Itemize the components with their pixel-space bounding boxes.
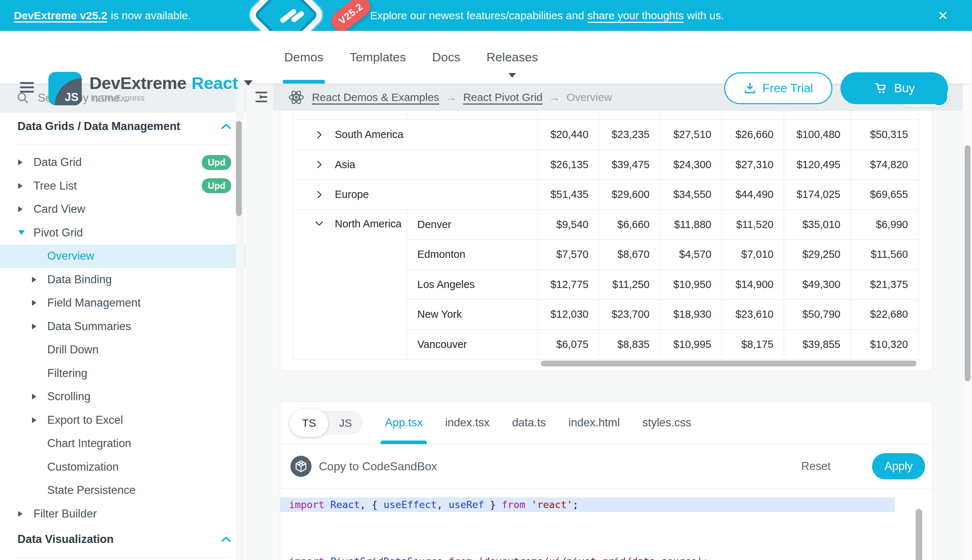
pivot-value-cell: $34,550 — [660, 180, 722, 210]
byline: by DevExpress — [91, 93, 145, 103]
pivot-value-cell: $20,440 — [538, 120, 599, 150]
pivot-value-cell: $23,235 — [599, 120, 660, 150]
expand-arrow-right-icon[interactable] — [18, 183, 33, 189]
nav-item-docs[interactable]: Docs — [432, 31, 460, 83]
sidebar-item-label: Drill Down — [47, 343, 99, 356]
tab-styles-css[interactable]: styles.css — [642, 402, 691, 444]
framework-selector[interactable]: React — [192, 73, 238, 93]
row-label: Asia — [335, 159, 355, 171]
sidebar-scrollbar[interactable] — [236, 83, 244, 560]
page-scrollbar-thumb[interactable] — [965, 145, 970, 381]
sidebar-item-export-to-excel[interactable]: Export to Excel — [0, 408, 246, 432]
pivot-value-cell: $6,990 — [851, 210, 918, 240]
codesandbox-row: Copy to CodeSandBox Reset Apply — [280, 444, 932, 489]
pivot-value-cell: $8,670 — [599, 240, 660, 270]
pivot-value-cell: $14,900 — [722, 270, 784, 300]
sidebar-item-filtering[interactable]: Filtering — [0, 362, 246, 385]
collapse-sidebar-icon[interactable] — [254, 89, 269, 106]
code-editor[interactable]: import React, { useEffect, useRef } from… — [280, 489, 932, 560]
sidebar-section-data-grids-data-management[interactable]: Data Grids / Data Management — [0, 115, 246, 137]
breadcrumb-demos-link[interactable]: React Demos & Examples — [312, 91, 439, 103]
sidebar-item-data-binding[interactable]: Data Binding — [0, 268, 246, 292]
js-toggle-label[interactable]: JS — [339, 412, 352, 435]
pivot-row-europe[interactable]: Europe — [293, 180, 538, 210]
sidebar-item-label: Overview — [47, 250, 94, 263]
sidebar-item-scrolling[interactable]: Scrolling — [0, 385, 246, 408]
breadcrumb-pivot-grid-link[interactable]: React Pivot Grid — [463, 91, 542, 103]
pivot-row-north-america[interactable]: North America — [293, 210, 407, 360]
ts-js-toggle[interactable]: TS JS — [290, 411, 362, 434]
sidebar-item-label: Card View — [33, 203, 85, 216]
ts-toggle-knob[interactable]: TS — [290, 409, 328, 437]
tab-data-ts[interactable]: data.ts — [512, 402, 546, 444]
expand-arrow-right-icon[interactable] — [32, 417, 47, 423]
expand-arrow-right-icon[interactable] — [32, 323, 47, 329]
sidebar-item-pivot-grid[interactable]: Pivot Grid — [0, 221, 246, 245]
pivot-row-south-america[interactable]: South America — [293, 120, 538, 150]
nav-item-label: Releases — [486, 50, 538, 64]
codesandbox-icon — [290, 456, 311, 477]
copy-to-codesandbox-button[interactable]: Copy to CodeSandBox — [319, 460, 437, 473]
sidebar-item-chart-integration[interactable]: Chart Integration — [0, 432, 246, 455]
sidebar-section-data-visualization[interactable]: Data Visualization — [0, 528, 246, 550]
pivot-value-cell: $50,790 — [784, 300, 851, 330]
breadcrumb-current: Overview — [567, 91, 612, 103]
demo-card: South America$20,440$23,235$27,510$26,66… — [280, 111, 933, 371]
chevron-down-icon — [314, 218, 325, 229]
tab-index-tsx[interactable]: index.tsx — [445, 402, 489, 444]
sidebar-item-label: Filter Builder — [33, 507, 97, 520]
sidebar-item-label: Pivot Grid — [33, 226, 83, 239]
sidebar-item-data-grid[interactable]: Data GridUpd — [0, 151, 246, 174]
sidebar-item-drill-down[interactable]: Drill Down — [0, 338, 246, 362]
close-icon[interactable]: ✕ — [938, 0, 949, 31]
pivot-value-cell: $50,315 — [851, 120, 918, 150]
nav-item-label: Demos — [284, 50, 323, 64]
nav-item-templates[interactable]: Templates — [350, 31, 406, 83]
sidebar-item-label: Data Grid — [33, 156, 82, 169]
share-thoughts-link[interactable]: share your thoughts — [587, 10, 684, 22]
expand-arrow-right-icon[interactable] — [18, 511, 33, 517]
sidebar-scrollbar-thumb[interactable] — [236, 121, 242, 216]
pivot-value-cell: $4,570 — [660, 240, 722, 270]
expand-arrow-right-icon[interactable] — [32, 394, 47, 400]
sidebar: Data Grids / Data ManagementData GridUpd… — [0, 83, 246, 560]
expand-arrow-right-icon[interactable] — [18, 206, 33, 212]
banner-release-link[interactable]: DevExtreme v25.2 — [14, 10, 107, 22]
expand-arrow-right-icon[interactable] — [32, 300, 47, 306]
sidebar-item-customization[interactable]: Customization — [0, 455, 246, 479]
sidebar-item-tree-list[interactable]: Tree ListUpd — [0, 174, 246, 198]
nav-item-demos[interactable]: Demos — [284, 31, 323, 83]
reset-button[interactable]: Reset — [801, 460, 831, 473]
expand-arrow-right-icon[interactable] — [18, 160, 33, 165]
sidebar-item-filter-builder[interactable]: Filter Builder — [0, 502, 246, 526]
hamburger-menu-icon[interactable] — [20, 82, 34, 95]
sidebar-item-state-persistence[interactable]: State Persistence — [0, 478, 246, 502]
pivot-horizontal-scrollbar[interactable] — [541, 361, 917, 367]
nav-item-label: Docs — [432, 50, 460, 64]
code-line: import PivotGridDataSource from 'devextr… — [280, 554, 932, 560]
expand-arrow-down-icon[interactable] — [18, 230, 33, 235]
sidebar-item-label: Filtering — [47, 367, 87, 380]
apply-button[interactable]: Apply — [872, 453, 925, 479]
nav-item-releases[interactable]: Releases — [486, 31, 538, 83]
sidebar-item-data-summaries[interactable]: Data Summaries — [0, 315, 246, 338]
tab-index-html[interactable]: index.html — [569, 402, 620, 444]
sidebar-item-field-management[interactable]: Field Management — [0, 291, 246, 315]
pivot-row-asia[interactable]: Asia — [293, 150, 538, 180]
code-vertical-scrollbar[interactable] — [916, 509, 922, 560]
sidebar-item-overview[interactable]: Overview — [0, 244, 246, 268]
sidebar-item-card-view[interactable]: Card View — [0, 198, 246, 221]
expand-arrow-right-icon[interactable] — [32, 277, 47, 283]
download-icon — [743, 82, 756, 95]
pivot-value-cell: $39,855 — [784, 330, 851, 360]
tab-app-tsx[interactable]: App.tsx — [385, 402, 422, 444]
free-trial-button[interactable]: Free Trial — [724, 72, 832, 104]
version-badge: V25.2 — [327, 0, 374, 31]
chevron-down-icon[interactable] — [244, 80, 253, 86]
devextreme-js-logo[interactable]: JS — [49, 72, 82, 105]
pivot-value-cell: $29,600 — [599, 180, 660, 210]
page-scrollbar[interactable] — [962, 83, 972, 560]
pivot-grid: South America$20,440$23,235$27,510$26,66… — [292, 111, 918, 360]
pivot-value-cell: $10,995 — [660, 330, 722, 360]
buy-button[interactable]: Buy — [840, 72, 948, 104]
